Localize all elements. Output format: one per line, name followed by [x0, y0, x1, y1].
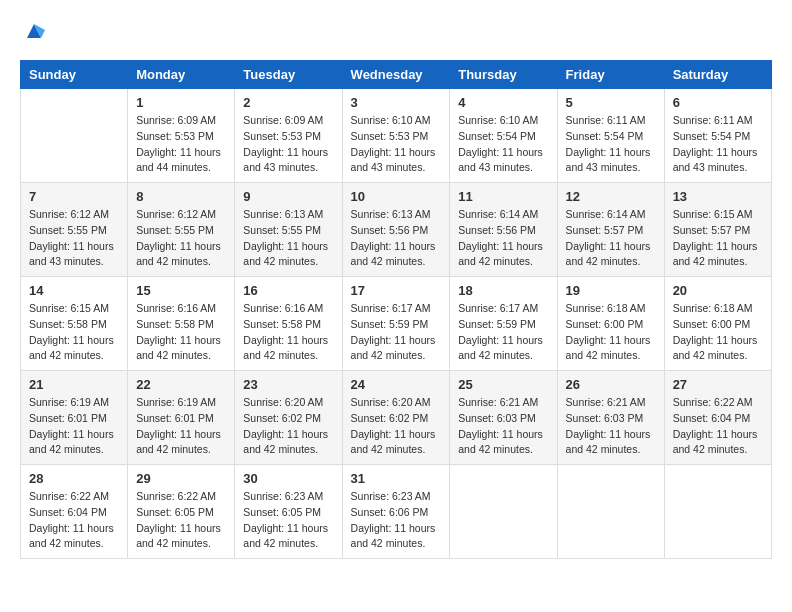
day-number: 24 [351, 377, 442, 392]
day-number: 12 [566, 189, 656, 204]
sunset-text: Sunset: 6:04 PM [29, 505, 119, 521]
daylight-line1: Daylight: 11 hours [566, 333, 656, 349]
sunrise-text: Sunrise: 6:11 AM [566, 113, 656, 129]
daylight-line1: Daylight: 11 hours [29, 333, 119, 349]
daylight-line1: Daylight: 11 hours [29, 427, 119, 443]
sunset-text: Sunset: 5:58 PM [243, 317, 333, 333]
col-saturday: Saturday [664, 61, 771, 89]
day-info: Sunrise: 6:11 AMSunset: 5:54 PMDaylight:… [566, 113, 656, 176]
sunset-text: Sunset: 5:57 PM [673, 223, 763, 239]
day-number: 16 [243, 283, 333, 298]
day-number: 9 [243, 189, 333, 204]
day-number: 2 [243, 95, 333, 110]
sunset-text: Sunset: 5:53 PM [243, 129, 333, 145]
sunrise-text: Sunrise: 6:22 AM [29, 489, 119, 505]
sunset-text: Sunset: 6:03 PM [566, 411, 656, 427]
daylight-line1: Daylight: 11 hours [673, 145, 763, 161]
day-cell: 12Sunrise: 6:14 AMSunset: 5:57 PMDayligh… [557, 183, 664, 277]
day-cell: 2Sunrise: 6:09 AMSunset: 5:53 PMDaylight… [235, 89, 342, 183]
daylight-line1: Daylight: 11 hours [673, 333, 763, 349]
daylight-line2: and 42 minutes. [351, 254, 442, 270]
day-cell: 10Sunrise: 6:13 AMSunset: 5:56 PMDayligh… [342, 183, 450, 277]
daylight-line2: and 42 minutes. [566, 348, 656, 364]
sunrise-text: Sunrise: 6:13 AM [243, 207, 333, 223]
sunrise-text: Sunrise: 6:10 AM [351, 113, 442, 129]
day-number: 20 [673, 283, 763, 298]
sunrise-text: Sunrise: 6:16 AM [243, 301, 333, 317]
day-cell: 30Sunrise: 6:23 AMSunset: 6:05 PMDayligh… [235, 465, 342, 559]
sunset-text: Sunset: 5:55 PM [136, 223, 226, 239]
day-number: 1 [136, 95, 226, 110]
daylight-line1: Daylight: 11 hours [243, 427, 333, 443]
daylight-line2: and 42 minutes. [136, 442, 226, 458]
day-number: 5 [566, 95, 656, 110]
day-info: Sunrise: 6:14 AMSunset: 5:57 PMDaylight:… [566, 207, 656, 270]
day-cell [557, 465, 664, 559]
daylight-line1: Daylight: 11 hours [673, 427, 763, 443]
sunrise-text: Sunrise: 6:21 AM [458, 395, 548, 411]
week-row-4: 21Sunrise: 6:19 AMSunset: 6:01 PMDayligh… [21, 371, 772, 465]
day-info: Sunrise: 6:15 AMSunset: 5:58 PMDaylight:… [29, 301, 119, 364]
logo-icon [23, 20, 45, 42]
daylight-line2: and 42 minutes. [351, 536, 442, 552]
day-cell: 27Sunrise: 6:22 AMSunset: 6:04 PMDayligh… [664, 371, 771, 465]
sunset-text: Sunset: 5:56 PM [458, 223, 548, 239]
sunrise-text: Sunrise: 6:22 AM [136, 489, 226, 505]
col-friday: Friday [557, 61, 664, 89]
col-monday: Monday [128, 61, 235, 89]
day-cell: 24Sunrise: 6:20 AMSunset: 6:02 PMDayligh… [342, 371, 450, 465]
sunrise-text: Sunrise: 6:19 AM [136, 395, 226, 411]
day-cell: 6Sunrise: 6:11 AMSunset: 5:54 PMDaylight… [664, 89, 771, 183]
day-number: 29 [136, 471, 226, 486]
calendar-table: Sunday Monday Tuesday Wednesday Thursday… [20, 60, 772, 559]
daylight-line2: and 43 minutes. [351, 160, 442, 176]
day-number: 19 [566, 283, 656, 298]
daylight-line2: and 43 minutes. [458, 160, 548, 176]
day-cell: 1Sunrise: 6:09 AMSunset: 5:53 PMDaylight… [128, 89, 235, 183]
day-info: Sunrise: 6:22 AMSunset: 6:05 PMDaylight:… [136, 489, 226, 552]
daylight-line2: and 42 minutes. [458, 348, 548, 364]
day-info: Sunrise: 6:15 AMSunset: 5:57 PMDaylight:… [673, 207, 763, 270]
day-info: Sunrise: 6:21 AMSunset: 6:03 PMDaylight:… [566, 395, 656, 458]
day-cell: 8Sunrise: 6:12 AMSunset: 5:55 PMDaylight… [128, 183, 235, 277]
day-cell: 18Sunrise: 6:17 AMSunset: 5:59 PMDayligh… [450, 277, 557, 371]
daylight-line1: Daylight: 11 hours [351, 521, 442, 537]
day-info: Sunrise: 6:13 AMSunset: 5:56 PMDaylight:… [351, 207, 442, 270]
day-number: 27 [673, 377, 763, 392]
sunrise-text: Sunrise: 6:14 AM [566, 207, 656, 223]
day-info: Sunrise: 6:22 AMSunset: 6:04 PMDaylight:… [673, 395, 763, 458]
daylight-line2: and 42 minutes. [673, 442, 763, 458]
sunset-text: Sunset: 5:57 PM [566, 223, 656, 239]
daylight-line1: Daylight: 11 hours [351, 239, 442, 255]
sunrise-text: Sunrise: 6:15 AM [29, 301, 119, 317]
day-number: 4 [458, 95, 548, 110]
day-cell [21, 89, 128, 183]
sunset-text: Sunset: 5:53 PM [136, 129, 226, 145]
sunset-text: Sunset: 6:06 PM [351, 505, 442, 521]
daylight-line1: Daylight: 11 hours [351, 333, 442, 349]
sunrise-text: Sunrise: 6:09 AM [136, 113, 226, 129]
sunrise-text: Sunrise: 6:18 AM [566, 301, 656, 317]
day-info: Sunrise: 6:14 AMSunset: 5:56 PMDaylight:… [458, 207, 548, 270]
daylight-line1: Daylight: 11 hours [458, 427, 548, 443]
sunrise-text: Sunrise: 6:12 AM [136, 207, 226, 223]
daylight-line2: and 42 minutes. [243, 348, 333, 364]
daylight-line2: and 43 minutes. [243, 160, 333, 176]
day-cell: 7Sunrise: 6:12 AMSunset: 5:55 PMDaylight… [21, 183, 128, 277]
sunset-text: Sunset: 5:58 PM [136, 317, 226, 333]
daylight-line2: and 42 minutes. [29, 536, 119, 552]
daylight-line1: Daylight: 11 hours [566, 239, 656, 255]
day-info: Sunrise: 6:10 AMSunset: 5:54 PMDaylight:… [458, 113, 548, 176]
day-info: Sunrise: 6:17 AMSunset: 5:59 PMDaylight:… [351, 301, 442, 364]
daylight-line2: and 42 minutes. [566, 254, 656, 270]
col-tuesday: Tuesday [235, 61, 342, 89]
daylight-line1: Daylight: 11 hours [566, 427, 656, 443]
day-number: 30 [243, 471, 333, 486]
sunset-text: Sunset: 6:05 PM [136, 505, 226, 521]
day-info: Sunrise: 6:17 AMSunset: 5:59 PMDaylight:… [458, 301, 548, 364]
daylight-line2: and 42 minutes. [29, 442, 119, 458]
day-info: Sunrise: 6:22 AMSunset: 6:04 PMDaylight:… [29, 489, 119, 552]
day-info: Sunrise: 6:20 AMSunset: 6:02 PMDaylight:… [243, 395, 333, 458]
sunrise-text: Sunrise: 6:14 AM [458, 207, 548, 223]
header [20, 20, 772, 44]
